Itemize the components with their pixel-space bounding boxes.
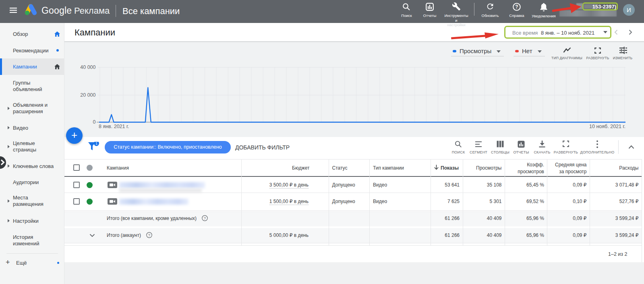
svg-text:?: ? bbox=[515, 4, 518, 10]
svg-text:?: ? bbox=[148, 233, 150, 237]
svg-text:?: ? bbox=[204, 216, 206, 220]
svg-text:1: 1 bbox=[95, 142, 97, 145]
